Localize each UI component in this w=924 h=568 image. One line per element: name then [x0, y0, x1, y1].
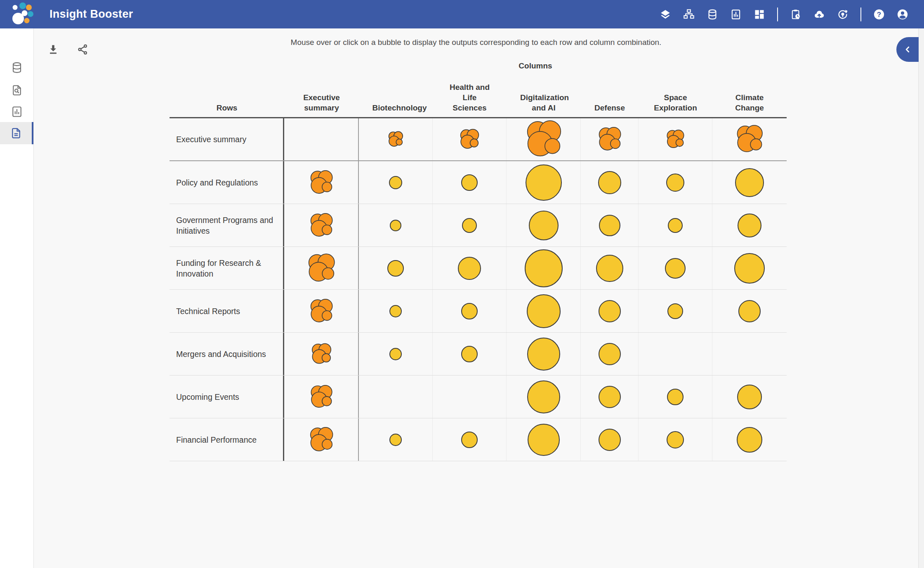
- bubble[interactable]: [458, 257, 481, 280]
- bubble-cluster[interactable]: [309, 213, 334, 238]
- bubble-cluster[interactable]: [309, 385, 334, 409]
- bubble[interactable]: [596, 255, 623, 282]
- sidebar-item-document-search[interactable]: [0, 79, 33, 101]
- matrix-cell: [712, 290, 787, 332]
- bubble[interactable]: [390, 220, 401, 231]
- matrix-cell: [433, 247, 507, 289]
- matrix-cell: [581, 290, 639, 332]
- bubble[interactable]: [667, 389, 684, 405]
- bubble[interactable]: [526, 164, 562, 201]
- matrix-cell: [712, 247, 787, 289]
- row-label: Policy and Regulations: [170, 161, 284, 204]
- bubble-cluster[interactable]: [597, 127, 622, 152]
- matrix-cell: [359, 376, 433, 418]
- matrix-cell: [507, 376, 581, 418]
- bubble[interactable]: [738, 300, 761, 322]
- matrix-cell: [359, 247, 433, 289]
- bubble[interactable]: [599, 386, 621, 408]
- bubble[interactable]: [667, 431, 684, 448]
- bubble[interactable]: [461, 174, 478, 191]
- matrix-cell: [284, 204, 359, 246]
- hierarchy-icon[interactable]: [683, 9, 695, 20]
- bubble[interactable]: [598, 171, 621, 194]
- matrix-cell: [639, 418, 712, 461]
- bubble[interactable]: [387, 260, 404, 277]
- header-icon-bar: ?: [660, 7, 924, 21]
- bubble-cluster[interactable]: [387, 131, 404, 148]
- database-icon[interactable]: [707, 9, 718, 20]
- bubble-cluster[interactable]: [306, 253, 337, 284]
- user-icon[interactable]: [897, 9, 908, 20]
- bubble[interactable]: [737, 385, 762, 409]
- bubble-cluster[interactable]: [735, 124, 764, 154]
- sidebar-item-database[interactable]: [0, 56, 33, 79]
- matrix-cell: [433, 118, 507, 160]
- column-header-health-and-life-sciences: Health and Life Sciences: [433, 58, 507, 117]
- refresh-insight-icon[interactable]: [837, 9, 849, 20]
- bubble[interactable]: [527, 294, 561, 328]
- bubble[interactable]: [666, 174, 684, 192]
- bubble[interactable]: [389, 348, 402, 360]
- matrix-cell: [712, 161, 787, 204]
- cloud-upload-icon[interactable]: [813, 9, 825, 20]
- column-header-biotechnology: Biotechnology: [359, 58, 433, 117]
- bubble-cluster[interactable]: [309, 298, 334, 324]
- bubble[interactable]: [599, 429, 621, 451]
- matrix-cell: [284, 376, 359, 418]
- bubble[interactable]: [527, 380, 560, 413]
- bubble[interactable]: [389, 434, 402, 446]
- sidebar-item-charts[interactable]: [0, 101, 33, 123]
- matrix-cell: [507, 247, 581, 289]
- matrix-row-government-programs-and-initiatives: Government Programs and Initiatives: [170, 204, 787, 247]
- matrix-cell: [359, 333, 433, 375]
- matrix-cell: [284, 418, 359, 461]
- bubble[interactable]: [735, 168, 764, 197]
- bubble[interactable]: [461, 432, 478, 448]
- bubble[interactable]: [389, 176, 402, 189]
- bubble-cluster[interactable]: [310, 343, 332, 365]
- bubble[interactable]: [525, 249, 563, 287]
- matrix-cell: [433, 204, 507, 246]
- bubble[interactable]: [461, 346, 478, 362]
- bubble-cluster[interactable]: [524, 120, 563, 159]
- bubble[interactable]: [529, 211, 559, 240]
- bubble[interactable]: [734, 253, 765, 284]
- report-chart-icon[interactable]: [730, 9, 742, 20]
- matrix-cell: [433, 161, 507, 204]
- matrix-cell: [639, 376, 712, 418]
- bubble-cluster[interactable]: [309, 170, 334, 195]
- bubble[interactable]: [528, 424, 560, 456]
- column-header-defense: Defense: [581, 58, 639, 117]
- row-label: Government Programs and Initiatives: [170, 204, 284, 246]
- clipboard-clock-icon[interactable]: [790, 9, 801, 20]
- dashboard-icon[interactable]: [754, 9, 765, 20]
- bubble[interactable]: [668, 218, 683, 233]
- bubble[interactable]: [599, 343, 621, 365]
- bubble[interactable]: [667, 303, 683, 319]
- matrix-cell: [359, 418, 433, 461]
- bubble[interactable]: [665, 258, 686, 279]
- bubble[interactable]: [461, 303, 478, 319]
- bubble[interactable]: [462, 218, 477, 233]
- row-label: Mergers and Acquisitions: [170, 333, 284, 375]
- layers-icon[interactable]: [660, 9, 671, 20]
- matrix-cell: [712, 333, 787, 375]
- bubble[interactable]: [599, 215, 620, 236]
- bubble[interactable]: [737, 427, 762, 453]
- help-icon[interactable]: ?: [873, 9, 885, 20]
- matrix-cell: [359, 204, 433, 246]
- bubble-cluster[interactable]: [308, 427, 335, 453]
- bubble[interactable]: [738, 214, 761, 237]
- panel-collapse-button[interactable]: [896, 37, 919, 62]
- matrix-cell: [359, 118, 433, 160]
- bubble-cluster[interactable]: [459, 129, 480, 150]
- bubble[interactable]: [389, 305, 402, 317]
- chart-icon: [11, 106, 23, 118]
- document-icon: [10, 127, 22, 139]
- sidebar-item-documents[interactable]: [0, 122, 33, 144]
- bubble[interactable]: [527, 338, 560, 371]
- row-label: Funding for Research & Innovation: [170, 247, 284, 289]
- bubble-cluster[interactable]: [665, 129, 685, 149]
- matrix-row-financial-performance: Financial Performance: [170, 418, 787, 461]
- bubble[interactable]: [599, 300, 621, 322]
